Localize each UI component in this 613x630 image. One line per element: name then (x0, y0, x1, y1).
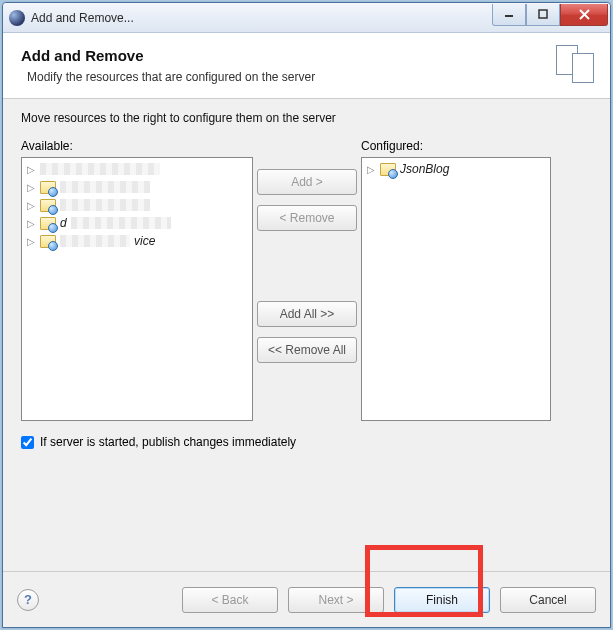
window-title: Add and Remove... (31, 11, 492, 25)
chevron-right-icon: ▷ (26, 182, 36, 193)
minimize-button[interactable] (492, 4, 526, 26)
add-button[interactable]: Add > (257, 169, 357, 195)
configured-listbox[interactable]: ▷ JsonBlog (361, 157, 551, 421)
resource-icon (40, 180, 56, 194)
titlebar[interactable]: Add and Remove... (3, 3, 610, 33)
resource-name: JsonBlog (400, 162, 449, 176)
list-item[interactable]: ▷ (26, 196, 248, 214)
available-column: Available: ▷ ▷ ▷ (21, 139, 253, 421)
configured-column: Configured: ▷ JsonBlog (361, 139, 551, 421)
list-item[interactable]: ▷ vice (26, 232, 248, 250)
resource-icon (40, 234, 56, 248)
resource-icon (40, 198, 56, 212)
chevron-right-icon: ▷ (366, 164, 376, 175)
back-button[interactable]: < Back (182, 587, 278, 613)
add-all-button[interactable]: Add All >> (257, 301, 357, 327)
blurred-text (40, 163, 160, 175)
list-item[interactable]: ▷ JsonBlog (366, 160, 546, 178)
blurred-text (60, 235, 130, 247)
help-button[interactable]: ? (17, 589, 39, 611)
window-controls (492, 4, 608, 26)
blurred-text (71, 217, 171, 229)
available-listbox[interactable]: ▷ ▷ ▷ ▷ (21, 157, 253, 421)
publish-immediately-row[interactable]: If server is started, publish changes im… (21, 435, 592, 449)
chevron-right-icon: ▷ (26, 200, 36, 211)
chevron-right-icon: ▷ (26, 164, 36, 175)
resource-name: d (60, 216, 67, 230)
publish-immediately-checkbox[interactable] (21, 436, 34, 449)
blurred-text (60, 199, 150, 211)
finish-button[interactable]: Finish (394, 587, 490, 613)
blurred-text (60, 181, 150, 193)
remove-button[interactable]: < Remove (257, 205, 357, 231)
page-subtitle: Modify the resources that are configured… (27, 70, 594, 84)
list-item[interactable]: ▷ d (26, 214, 248, 232)
maximize-button[interactable] (526, 4, 560, 26)
remove-all-button[interactable]: << Remove All (257, 337, 357, 363)
chevron-right-icon: ▷ (26, 218, 36, 229)
dialog-window: Add and Remove... Add and Remove Modify … (2, 2, 611, 628)
configured-label: Configured: (361, 139, 551, 153)
wizard-footer: ? < Back Next > Finish Cancel (3, 571, 610, 627)
list-item[interactable]: ▷ (26, 160, 248, 178)
available-label: Available: (21, 139, 253, 153)
svg-rect-1 (539, 10, 547, 18)
app-icon (9, 10, 25, 26)
next-button[interactable]: Next > (288, 587, 384, 613)
resource-icon (40, 216, 56, 230)
publish-immediately-label: If server is started, publish changes im… (40, 435, 296, 449)
resource-name: vice (134, 234, 155, 248)
transfer-buttons: Add > < Remove Add All >> << Remove All (253, 139, 361, 363)
instruction-text: Move resources to the right to configure… (21, 111, 592, 125)
page-title: Add and Remove (21, 47, 594, 64)
close-button[interactable] (560, 4, 608, 26)
wizard-content: Move resources to the right to configure… (3, 99, 610, 579)
wizard-header: Add and Remove Modify the resources that… (3, 33, 610, 99)
server-icon (554, 43, 598, 87)
resource-icon (380, 162, 396, 176)
cancel-button[interactable]: Cancel (500, 587, 596, 613)
chevron-right-icon: ▷ (26, 236, 36, 247)
list-item[interactable]: ▷ (26, 178, 248, 196)
